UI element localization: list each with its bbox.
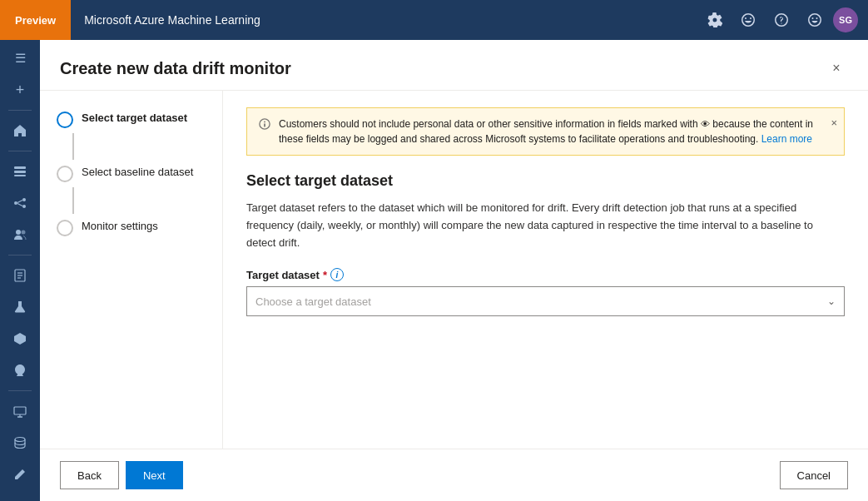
sidebar-compute-icon[interactable] [3,396,37,426]
svg-rect-0 [14,166,26,169]
sidebar-edit-icon[interactable] [3,459,37,489]
svg-line-7 [17,204,22,206]
main-panel: Customers should not include personal da… [223,91,868,449]
required-marker: * [323,269,327,281]
svg-point-5 [22,205,26,208]
section-title: Select target dataset [246,172,845,190]
sidebar-add-icon[interactable]: + [3,75,37,105]
sidebar-pipeline-icon[interactable] [3,188,37,218]
info-banner-close-button[interactable]: × [831,115,837,131]
dialog-close-button[interactable]: × [825,57,848,80]
sidebar-home-icon[interactable] [3,116,37,146]
step-connector-1 [72,133,74,160]
step-connector-2 [72,187,74,214]
dialog-title: Create new data drift monitor [60,59,291,78]
step-1-circle [57,112,73,128]
chevron-down-icon: ⌄ [827,295,836,307]
step-2-label: Select baseline dataset [82,165,193,178]
step-1-label: Select target dataset [82,111,187,124]
section-description: Target dataset refers to the dataset whi… [246,200,845,251]
svg-point-18 [15,438,25,442]
help-icon[interactable] [766,5,796,35]
user-avatar[interactable]: SG [833,7,858,32]
sidebar-divider-1 [8,110,32,111]
dialog-header: Create new data drift monitor × [40,40,868,91]
topbar: Preview Microsoft Azure Machine Learning… [0,0,868,40]
svg-point-8 [16,230,21,235]
step-2: Select baseline dataset [57,165,206,182]
step-3: Monitor settings [57,219,206,236]
info-banner-icon [259,117,270,135]
content-area: Create new data drift monitor × Select t… [40,40,868,501]
wizard-steps: Select target dataset Select baseline da… [40,91,223,449]
eye-icon: 👁 [701,119,710,129]
sidebar-divider-4 [8,390,32,391]
back-button[interactable]: Back [60,461,119,489]
dialog-body: Select target dataset Select baseline da… [40,91,868,449]
info-banner: Customers should not include personal da… [246,107,845,156]
dialog: Create new data drift monitor × Select t… [40,40,868,501]
svg-rect-21 [264,123,265,126]
user-smiley-icon[interactable] [800,5,830,35]
field-label: Target dataset * i [246,268,845,281]
settings-icon[interactable] [700,5,730,35]
preview-label: Preview [15,14,56,27]
sidebar-menu-icon[interactable]: ☰ [3,43,37,73]
dialog-footer: Back Next Cancel [40,449,868,501]
next-button[interactable]: Next [126,461,183,489]
preview-badge: Preview [0,0,71,40]
svg-point-20 [264,122,265,123]
svg-rect-1 [14,171,26,173]
sidebar-notebooks-icon[interactable] [3,260,37,290]
dropdown-placeholder: Choose a target dataset [255,295,371,308]
sidebar-data-icon[interactable] [3,156,37,186]
sidebar-datastores-icon[interactable] [3,428,37,458]
step-2-circle [57,166,73,182]
svg-point-9 [22,231,26,235]
sidebar-experiments-icon[interactable] [3,292,37,322]
sidebar-divider-2 [8,151,32,151]
step-3-circle [57,220,73,236]
svg-line-6 [17,201,22,203]
svg-point-4 [22,198,26,201]
svg-rect-2 [14,175,26,176]
app-title: Microsoft Azure Machine Learning [71,13,700,27]
sidebar-endpoints-icon[interactable] [3,355,37,385]
sidebar: ☰ + [0,40,40,501]
svg-marker-14 [14,333,26,345]
field-info-icon: i [330,268,344,281]
learn-more-link[interactable]: Learn more [761,133,812,145]
topbar-actions: SG [700,5,868,35]
step-3-label: Monitor settings [82,219,158,232]
main-layout: ☰ + [0,40,868,501]
sidebar-models-icon[interactable] [3,324,37,354]
target-dataset-dropdown[interactable]: Choose a target dataset ⌄ [246,286,845,316]
feedback-icon[interactable] [733,5,763,35]
svg-rect-15 [14,407,26,414]
step-1: Select target dataset [57,111,206,128]
svg-point-3 [14,201,17,205]
sidebar-divider-3 [8,255,32,255]
cancel-button[interactable]: Cancel [780,461,848,489]
sidebar-users-icon[interactable] [3,220,37,250]
panel-inner: Customers should not include personal da… [223,91,868,449]
info-banner-text: Customers should not include personal da… [279,117,832,146]
